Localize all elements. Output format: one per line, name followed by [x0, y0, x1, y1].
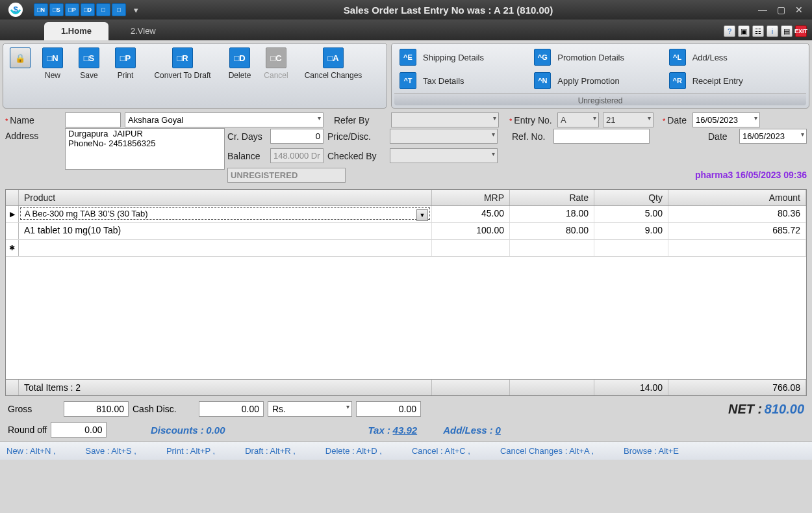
table-row[interactable]: A1 tablet 10 mg(10 Tab) 100.00 80.00 9.0… — [6, 223, 806, 240]
amount-cell[interactable]: 685.72 — [668, 223, 806, 239]
rate-cell[interactable]: 18.00 — [510, 206, 594, 222]
quick-access-toolbar: □N □S □P □D □ □ — [34, 3, 126, 16]
ribbon-panel-links: ^E Shipping Details ^G Promotion Details… — [391, 43, 809, 109]
sc-print[interactable]: Print : Alt+P , — [166, 446, 215, 456]
entry-no-field[interactable] — [603, 112, 653, 127]
new-row-icon: ✱ — [6, 240, 19, 256]
convert-draft-button[interactable]: □R Convert To Draft — [144, 47, 222, 80]
tab-view[interactable]: 2.View — [114, 22, 173, 40]
date1-field[interactable] — [692, 112, 760, 127]
name-field[interactable] — [125, 112, 324, 127]
receipt-label: Receipt Entry — [692, 76, 743, 86]
sc-draft[interactable]: Draft : Alt+R , — [245, 446, 296, 456]
exit-icon[interactable]: EXIT — [795, 25, 807, 37]
app-logo: $ — [4, 1, 27, 18]
sc-cancel[interactable]: Cancel : Alt+C , — [412, 446, 470, 456]
roundoff-field[interactable] — [51, 422, 107, 438]
save-button[interactable]: □S Save — [71, 47, 107, 80]
name-code-field[interactable] — [65, 112, 121, 127]
toolbar-icon-4[interactable]: i — [767, 25, 778, 37]
roundoff-label: Round off — [8, 425, 47, 435]
qat-new-icon[interactable]: □N — [34, 3, 48, 16]
shipping-label: Shipping Details — [423, 53, 484, 62]
qat-save-icon[interactable]: □S — [49, 3, 64, 16]
lock-button[interactable]: 🔒 — [6, 47, 34, 71]
address-field[interactable] — [65, 128, 225, 170]
mrp-cell[interactable]: 100.00 — [432, 223, 510, 239]
checkedby-label: Checked By — [327, 151, 390, 161]
promotion-details-button[interactable]: ^G Promotion Details — [534, 49, 666, 66]
toolbar-icon-3[interactable]: ☷ — [752, 25, 764, 37]
tax-link-label: Tax : — [368, 425, 390, 436]
cancel-icon: □C — [266, 47, 286, 68]
new-button[interactable]: □N New — [34, 47, 71, 80]
qat-btn5-icon[interactable]: □ — [96, 3, 110, 16]
print-icon: □P — [115, 47, 136, 68]
tax-details-button[interactable]: ^T Tax Details — [400, 72, 531, 89]
amount-cell[interactable]: 80.36 — [668, 206, 806, 222]
qty-cell[interactable]: 9.00 — [594, 223, 668, 239]
grid-header: Product MRP Rate Qty Amount — [6, 190, 806, 206]
crdays-field[interactable] — [270, 129, 324, 144]
checkedby-field[interactable] — [390, 148, 498, 163]
help-icon[interactable]: ? — [724, 25, 735, 37]
entry-series-field[interactable] — [557, 112, 599, 127]
refer-by-label: Refer By — [327, 115, 387, 125]
rs-field[interactable] — [356, 401, 421, 417]
product-cell[interactable]: A1 tablet 10 mg(10 Tab) — [19, 223, 432, 239]
refer-by-field[interactable] — [391, 112, 499, 127]
print-button[interactable]: □P Print — [107, 47, 144, 80]
sc-cancel-changes[interactable]: Cancel Changes : Alt+A , — [500, 446, 594, 456]
sc-delete[interactable]: Delete : Alt+D , — [325, 446, 382, 456]
col-qty[interactable]: Qty — [594, 190, 668, 205]
shipping-icon: ^E — [400, 49, 416, 66]
col-product[interactable]: Product — [19, 190, 432, 205]
tab-home[interactable]: 1.Home — [44, 22, 108, 40]
mrp-cell[interactable]: 45.00 — [432, 206, 510, 222]
addless-link-value[interactable]: 0 — [495, 425, 500, 436]
toolbar-icon-5[interactable]: ▤ — [781, 25, 793, 37]
tax-icon: ^T — [400, 72, 416, 89]
delete-button[interactable]: □D Delete — [222, 47, 258, 80]
refno-field[interactable] — [553, 129, 650, 144]
qat-print-icon[interactable]: □P — [65, 3, 79, 16]
gross-label: Gross — [8, 404, 60, 414]
tax-link-value[interactable]: 43.92 — [393, 425, 418, 436]
currency-select[interactable] — [268, 401, 352, 417]
gst-field — [227, 168, 346, 183]
sc-new[interactable]: New : Alt+N , — [6, 446, 56, 456]
qat-btn6-icon[interactable]: □ — [112, 3, 126, 16]
gross-field[interactable] — [64, 401, 129, 417]
lock-icon: 🔒 — [10, 47, 31, 68]
qty-cell[interactable]: 5.00 — [594, 206, 668, 222]
shortcut-bar: New : Alt+N , Save : Alt+S , Print : Alt… — [0, 441, 812, 460]
receipt-entry-button[interactable]: ^R Receipt Entry — [669, 72, 801, 89]
promo-label: Promotion Details — [557, 53, 624, 62]
product-cell[interactable]: A Bec-300 mg TAB 30'S (30 Tab) — [20, 207, 430, 220]
table-row-new[interactable]: ✱ — [6, 240, 806, 257]
apply-promo-label: Apply Promotion — [557, 76, 619, 86]
qat-dropdown-icon[interactable]: ▾ — [131, 3, 140, 16]
entry-no-label: Entry No. — [503, 115, 553, 125]
apply-promotion-button[interactable]: ^N Apply Promotion — [534, 72, 666, 89]
sc-save[interactable]: Save : Alt+S , — [86, 446, 136, 456]
cancel-label: Cancel — [262, 71, 290, 80]
maximize-icon[interactable]: ▢ — [774, 4, 787, 16]
cancel-changes-button[interactable]: □A Cancel Changes — [294, 47, 372, 80]
minimize-icon[interactable]: — — [756, 4, 769, 16]
table-row[interactable]: ▶ A Bec-300 mg TAB 30'S (30 Tab) 45.00 1… — [6, 206, 806, 223]
date2-field[interactable] — [739, 129, 807, 144]
col-rate[interactable]: Rate — [510, 190, 594, 205]
rate-cell[interactable]: 80.00 — [510, 223, 594, 239]
close-icon[interactable]: ✕ — [793, 4, 806, 16]
sc-browse[interactable]: Browse : Alt+E — [624, 446, 679, 456]
add-less-button[interactable]: ^L Add/Less — [669, 49, 801, 66]
cashdisc-field[interactable] — [199, 401, 264, 417]
toolbar-icon-2[interactable]: ▣ — [738, 25, 750, 37]
qat-draft-icon[interactable]: □D — [81, 3, 95, 16]
col-mrp[interactable]: MRP — [432, 190, 510, 205]
shipping-details-button[interactable]: ^E Shipping Details — [400, 49, 531, 66]
col-amount[interactable]: Amount — [668, 190, 806, 205]
addless-label: Add/Less — [692, 53, 728, 62]
pricedisc-field[interactable] — [390, 129, 498, 144]
